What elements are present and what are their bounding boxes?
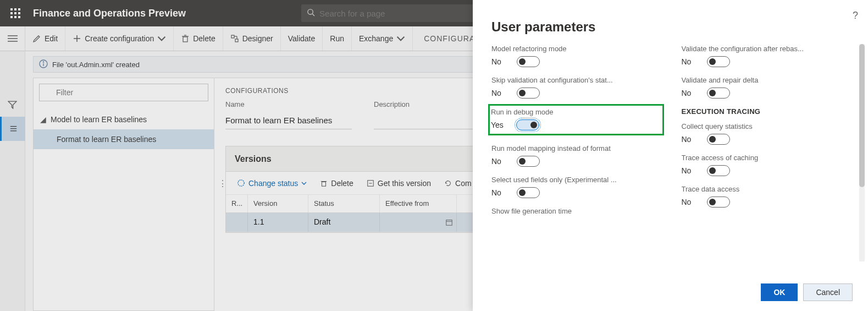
chevron-down-icon [157, 34, 166, 43]
name-label: Name [225, 100, 352, 108]
filter-rail-button[interactable] [0, 92, 25, 117]
app-launcher-icon[interactable] [4, 0, 26, 26]
tree-panel: ◢ Model to learn ER baselines Format to … [33, 78, 214, 311]
status-icon [237, 179, 245, 187]
param-label: Run in debug mode [491, 108, 634, 116]
cancel-button[interactable]: Cancel [803, 283, 853, 301]
param-value: No [682, 198, 697, 206]
delete-button[interactable]: Delete [174, 26, 223, 51]
chevron-down-icon [396, 34, 405, 43]
edit-icon [367, 179, 374, 187]
col-status[interactable]: Status [308, 195, 380, 212]
list-rail-button[interactable] [0, 117, 25, 141]
rail-toggle-icon[interactable] [0, 26, 25, 51]
left-rail [0, 51, 25, 311]
chevron-down-icon [301, 181, 307, 186]
validate-button[interactable]: Validate [281, 26, 323, 51]
info-icon [39, 59, 48, 70]
param-item: Skip validation at configuration's stat.… [491, 76, 660, 99]
filter-icon [8, 100, 17, 110]
versions-delete-button[interactable]: Delete [314, 174, 358, 193]
toggle[interactable] [517, 56, 540, 67]
execution-tracing-heading: EXECUTION TRACING [682, 107, 850, 116]
toggle[interactable] [707, 165, 730, 176]
param-value: Yes [491, 121, 506, 129]
toggle[interactable] [707, 56, 730, 67]
scrollbar-thumb[interactable] [859, 44, 865, 187]
cell-version: 1.1 [248, 213, 308, 232]
param-item: Run in debug modeYes [491, 104, 660, 135]
designer-button[interactable]: Designer [223, 26, 281, 51]
list-icon [9, 126, 18, 133]
toggle[interactable] [517, 187, 540, 198]
params-right-column: Validate the configuration after rebas..… [682, 45, 850, 254]
param-label: Run model mapping instead of format [491, 144, 634, 152]
panel-scrollbar[interactable] [859, 44, 865, 261]
param-item: Select used fields only (Experimental ..… [491, 176, 660, 198]
param-value: No [682, 57, 697, 66]
param-label: Collect query statistics [682, 122, 825, 130]
refresh-icon [444, 179, 452, 187]
tree-parent-item[interactable]: ◢ Model to learn ER baselines [34, 110, 214, 129]
svg-rect-23 [322, 182, 326, 186]
param-label: Show file generation time [491, 207, 634, 215]
svg-point-22 [238, 180, 244, 186]
param-item: Collect query statisticsNo [682, 122, 850, 145]
svg-point-0 [308, 9, 313, 14]
more-icon[interactable]: ⋮ [218, 178, 225, 189]
create-configuration-button[interactable]: Create configuration [65, 26, 174, 51]
toggle[interactable] [517, 156, 540, 167]
help-icon[interactable]: ? [853, 10, 858, 21]
param-item: Validate the configuration after rebas..… [682, 45, 850, 67]
param-item: Model refactoring modeNo [491, 45, 660, 67]
toggle[interactable] [707, 197, 730, 208]
param-value: No [682, 135, 697, 144]
tree-child-item[interactable]: Format to learn ER baselines [34, 129, 214, 149]
calendar-icon[interactable] [445, 219, 453, 226]
user-parameters-panel: ? User parameters Model refactoring mode… [473, 0, 868, 311]
toggle[interactable] [517, 88, 540, 99]
filter-input[interactable] [39, 84, 208, 101]
svg-rect-26 [446, 220, 452, 226]
param-item: Run model mapping instead of formatNo [491, 144, 660, 167]
search-icon [307, 8, 315, 19]
svg-point-19 [43, 61, 43, 62]
param-label: Validate the configuration after rebas..… [682, 45, 825, 53]
col-version[interactable]: Version [248, 195, 308, 212]
plus-icon [73, 34, 81, 43]
toggle[interactable] [707, 88, 730, 99]
param-value: No [491, 57, 507, 66]
change-status-button[interactable]: Change status [231, 174, 312, 193]
toggle[interactable] [516, 119, 539, 130]
svg-line-1 [312, 14, 314, 16]
versions-com-button[interactable]: Com [439, 174, 477, 193]
svg-rect-10 [231, 35, 234, 38]
trash-icon [181, 34, 190, 43]
col-effective[interactable]: Effective from [380, 195, 457, 212]
params-left-column: Model refactoring modeNoSkip validation … [491, 45, 660, 254]
param-value: No [491, 188, 507, 197]
breadcrumb: CONFIGURAT [424, 34, 480, 43]
param-label: Select used fields only (Experimental ..… [491, 176, 634, 184]
param-item: Trace access of cachingNo [682, 154, 850, 176]
param-label: Trace data access [682, 185, 825, 193]
panel-title: User parameters [473, 0, 868, 45]
edit-button[interactable]: Edit [25, 26, 65, 51]
param-value: No [682, 166, 697, 175]
param-item: Validate and repair deltaNo [682, 76, 850, 99]
app-title: Finance and Operations Preview [33, 8, 186, 19]
caret-down-icon: ◢ [40, 115, 46, 124]
run-button[interactable]: Run [323, 26, 352, 51]
exchange-button[interactable]: Exchange [352, 26, 413, 51]
svg-rect-7 [183, 37, 187, 42]
get-version-button[interactable]: Get this version [361, 174, 436, 193]
col-r[interactable]: R... [226, 195, 248, 212]
param-item: Show file generation time [491, 207, 660, 215]
toggle[interactable] [707, 134, 730, 145]
name-value[interactable]: Format to learn ER baselines [225, 112, 352, 129]
designer-icon [230, 34, 239, 43]
ok-button[interactable]: OK [761, 283, 798, 301]
param-value: No [682, 89, 697, 97]
svg-rect-11 [235, 39, 238, 42]
param-label: Validate and repair delta [682, 76, 825, 84]
